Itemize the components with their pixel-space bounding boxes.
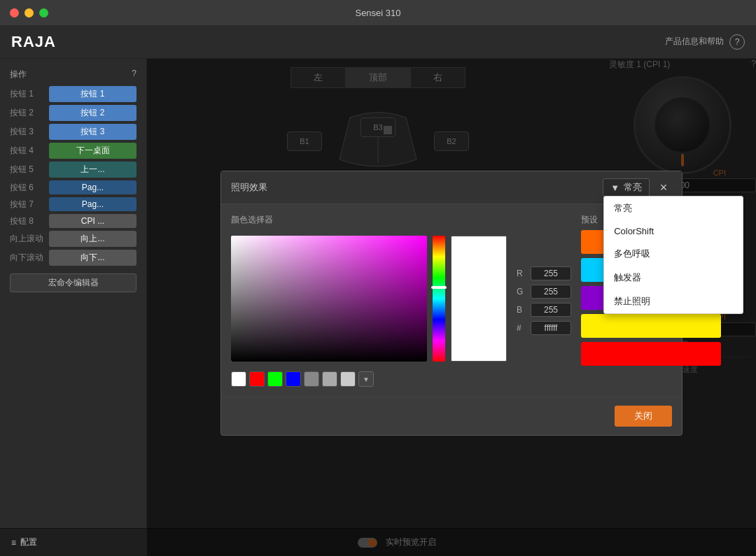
maximize-window-button[interactable] [39,8,48,17]
sidebar-action-5[interactable]: 上一... [49,162,136,178]
config-button[interactable]: ≡ 配置 [11,536,37,548]
hue-cursor [431,286,447,289]
swatch-gray3[interactable] [340,371,356,387]
sidebar: 操作 ? 按钮 1 按钮 1 按钮 2 按钮 2 按钮 3 按钮 3 按钮 4 … [0,59,147,528]
sidebar-action-scroll-up[interactable]: 向上... [49,231,136,247]
dropdown-item-1[interactable]: ColorShift [604,220,743,242]
g-input[interactable] [531,285,571,299]
sidebar-key-7: 按钮 7 [10,199,46,211]
header-right: 产品信息和帮助 ? [665,34,745,50]
macro-section: 宏命令编辑器 [0,271,146,294]
rgb-row-g: G [517,285,571,299]
sidebar-row-btn8: 按钮 8 CPI ... [0,213,146,229]
lighting-dialog: 照明效果 ▼ 常亮 常亮 ColorShift 多色呼吸 触发器 禁止照明 [220,171,682,436]
rgb-row-hex: # [517,321,571,335]
sidebar-row-btn3: 按钮 3 按钮 3 [0,122,146,141]
sidebar-row-scroll-up: 向上滚动 向上... [0,229,146,248]
sidebar-key-6: 按钮 6 [10,182,46,194]
titlebar: Sensei 310 [0,0,756,25]
window-title: Sensei 310 [355,8,400,18]
swatch-red[interactable] [249,371,265,387]
window-controls [10,8,48,17]
dropdown-item-3[interactable]: 触发器 [604,266,743,290]
swatch-gray2[interactable] [322,371,337,387]
color-gradient[interactable] [231,236,427,362]
sidebar-row-btn6: 按钮 6 Pag... [0,179,146,196]
app-logo: RAJA [11,33,56,51]
help-text: 产品信息和帮助 [665,36,724,48]
minimize-window-button[interactable] [24,8,34,17]
gradient-dark [231,236,427,362]
r-label: R [517,269,526,278]
sidebar-section-label: 操作 ? [0,64,146,85]
content: 操作 ? 按钮 1 按钮 1 按钮 2 按钮 2 按钮 3 按钮 3 按钮 4 … [0,59,756,528]
sidebar-key-5: 按钮 5 [10,164,46,176]
sidebar-row-btn2: 按钮 2 按钮 2 [0,104,146,122]
sidebar-key-8: 按钮 8 [10,215,46,227]
swatch-more-button[interactable]: ▼ [358,371,374,387]
main-area: 左 顶部 右 B1 B3 [147,59,609,528]
dialog-title: 照明效果 [231,181,597,194]
dialog-footer: 关闭 [221,397,682,435]
effect-dropdown-menu: 常亮 ColorShift 多色呼吸 触发器 禁止照明 [603,196,743,314]
rgb-section: R G B # [517,214,571,387]
effect-dropdown[interactable]: ▼ 常亮 常亮 ColorShift 多色呼吸 触发器 禁止照明 [603,178,650,197]
sidebar-key-4: 按钮 4 [10,145,46,157]
hex-input[interactable] [531,321,571,335]
dialog-header: 照明效果 ▼ 常亮 常亮 ColorShift 多色呼吸 触发器 禁止照明 [221,171,682,204]
sidebar-row-scroll-down: 向下滚动 向下... [0,248,146,267]
sidebar-key-scroll-up: 向上滚动 [10,233,46,245]
sidebar-action-3[interactable]: 按钮 3 [49,124,136,140]
swatch-green[interactable] [267,371,283,387]
app: RAJA 产品信息和帮助 ? 操作 ? 按钮 1 按钮 1 按钮 2 按钮 2 … [0,25,756,556]
close-action-button[interactable]: 关闭 [615,406,672,427]
macro-editor-button[interactable]: 宏命令编辑器 [10,273,136,292]
sidebar-key-2: 按钮 2 [10,107,46,119]
preset-red[interactable] [581,342,721,366]
sidebar-row-btn5: 按钮 5 上一... [0,160,146,179]
swatch-blue[interactable] [286,371,301,387]
sidebar-key-3: 按钮 3 [10,126,46,138]
dropdown-arrow-icon: ▼ [610,183,620,193]
g-label: G [517,287,526,297]
dropdown-item-4[interactable]: 禁止照明 [604,290,743,313]
sidebar-action-4[interactable]: 下一桌面 [49,143,136,159]
lighting-overlay: 照明效果 ▼ 常亮 常亮 ColorShift 多色呼吸 触发器 禁止照明 [147,59,756,556]
hex-label: # [517,323,526,333]
color-preview [451,236,507,362]
sidebar-row-btn1: 按钮 1 按钮 1 [0,85,146,104]
r-input[interactable] [531,266,571,280]
sidebar-key-1: 按钮 1 [10,88,46,100]
sidebar-action-8[interactable]: CPI ... [49,214,136,228]
b-input[interactable] [531,303,571,317]
color-swatches: ▼ [231,371,507,387]
dropdown-item-0[interactable]: 常亮 [604,197,743,220]
close-window-button[interactable] [10,8,19,17]
swatch-white[interactable] [231,371,246,387]
gradient-row [231,236,507,362]
sidebar-key-scroll-down: 向下滚动 [10,252,46,264]
rgb-row-r: R [517,266,571,280]
preset-yellow[interactable] [581,314,721,338]
effect-label: 常亮 [624,181,642,194]
b-label: B [517,305,526,315]
rgb-row-b: B [517,303,571,317]
sidebar-action-6[interactable]: Pag... [49,180,136,194]
sidebar-action-scroll-down[interactable]: 向下... [49,250,136,266]
color-picker-label: 颜色选择器 [231,214,507,226]
close-dialog-button[interactable]: × [655,179,672,196]
sidebar-action-2[interactable]: 按钮 2 [49,105,136,121]
hue-strip[interactable] [433,236,445,362]
config-label: 配置 [20,536,37,548]
swatch-gray1[interactable] [304,371,319,387]
color-picker-section: 颜色选择器 [231,214,507,387]
sidebar-action-1[interactable]: 按钮 1 [49,86,136,102]
sidebar-row-btn7: 按钮 7 Pag... [0,196,146,213]
sidebar-row-btn4: 按钮 4 下一桌面 [0,141,146,160]
dropdown-item-2[interactable]: 多色呼吸 [604,242,743,266]
help-icon[interactable]: ? [729,34,745,50]
header: RAJA 产品信息和帮助 ? [0,25,756,59]
config-icon: ≡ [11,538,16,548]
sidebar-action-7[interactable]: Pag... [49,197,136,211]
